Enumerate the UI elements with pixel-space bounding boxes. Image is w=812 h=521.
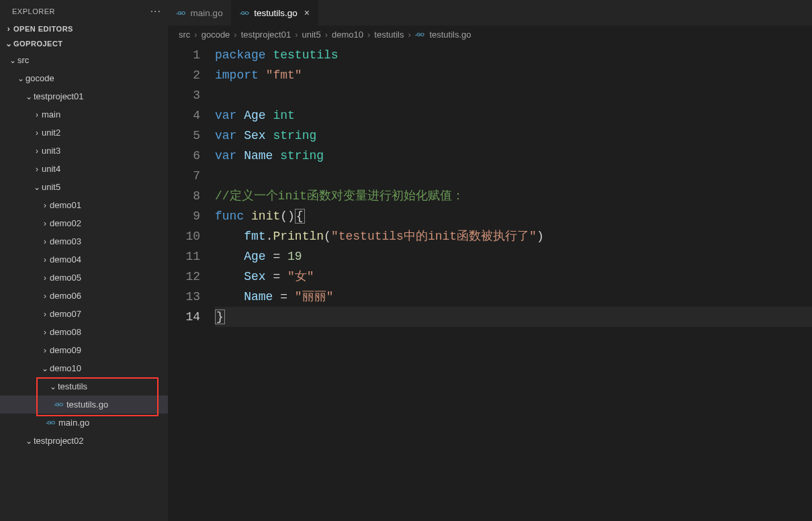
chevron-down-icon: ⌄ [24, 92, 34, 101]
chevron-right-icon: › [234, 30, 236, 40]
line-number: 3 [168, 85, 200, 105]
line-number: 12 [168, 267, 200, 287]
close-icon[interactable]: × [302, 7, 310, 18]
crumb[interactable]: src [179, 30, 190, 40]
code-line: Name = "丽丽" [215, 287, 812, 307]
chevron-right-icon: › [32, 110, 42, 120]
chevron-right-icon: › [40, 346, 50, 355]
chevron-right-icon: › [40, 273, 50, 283]
crumb[interactable]: demo10 [332, 30, 363, 40]
go-icon [52, 401, 65, 408]
chevron-right-icon: › [32, 146, 42, 156]
code-line: fmt.Println("testutils中的init函数被执行了") [215, 226, 812, 246]
chevron-down-icon: ⌄ [24, 436, 34, 446]
chevron-down-icon: ⌄ [4, 39, 13, 48]
tab-label: testutils.go [254, 8, 298, 18]
line-number: 4 [168, 105, 200, 126]
go-icon [240, 10, 249, 16]
breadcrumbs: src› gocode› testproject01› unit5› demo1… [168, 26, 812, 44]
line-number: 13 [168, 287, 200, 307]
chevron-right-icon: › [4, 24, 13, 34]
tab-label: main.go [191, 8, 223, 18]
sidebar-header: EXPLORER ··· [0, 0, 168, 21]
project-section[interactable]: ⌄ GOPROJECT [0, 36, 168, 51]
line-number: 7 [168, 166, 200, 186]
chevron-right-icon: › [408, 30, 410, 40]
code-line: //定义一个init函数对变量进行初始化赋值： [215, 186, 812, 206]
chevron-right-icon: › [40, 219, 50, 228]
chevron-right-icon: › [40, 237, 50, 246]
code-line: var Age int [215, 105, 812, 126]
chevron-down-icon: ⌄ [48, 382, 58, 391]
crumb[interactable]: testproject01 [241, 30, 291, 40]
folder-unit3[interactable]: ›unit3 [0, 142, 168, 160]
folder-demo03[interactable]: ›demo03 [0, 232, 168, 250]
line-number: 8 [168, 186, 200, 206]
chevron-down-icon: ⌄ [8, 56, 17, 65]
code-line [215, 166, 812, 186]
folder-demo08[interactable]: ›demo08 [0, 323, 168, 341]
folder-main[interactable]: ›main [0, 105, 168, 124]
chevron-right-icon: › [40, 291, 50, 301]
folder-unit5[interactable]: ⌄unit5 [0, 178, 168, 196]
crumb[interactable]: testutils [374, 30, 404, 40]
folder-demo01[interactable]: ›demo01 [0, 196, 168, 214]
tab-main-go[interactable]: main.go [168, 0, 232, 26]
folder-demo04[interactable]: ›demo04 [0, 250, 168, 269]
go-icon [44, 420, 57, 426]
folder-src[interactable]: ⌄src [0, 51, 168, 69]
tab-bar: main.go testutils.go × [168, 0, 812, 26]
folder-demo02[interactable]: ›demo02 [0, 214, 168, 232]
more-icon[interactable]: ··· [150, 5, 161, 17]
crumb[interactable]: testutils.go [429, 30, 471, 40]
folder-demo09[interactable]: ›demo09 [0, 341, 168, 359]
code-line: Sex = "女" [215, 267, 812, 287]
folder-testproject02[interactable]: ⌄testproject02 [0, 432, 168, 450]
line-number: 2 [168, 65, 200, 85]
explorer-title: EXPLORER [12, 7, 55, 15]
chevron-right-icon: › [325, 30, 328, 40]
editor-area: main.go testutils.go × src› gocode› test… [168, 0, 812, 521]
chevron-right-icon: › [295, 30, 298, 40]
chevron-right-icon: › [32, 164, 42, 174]
line-number: 14 [168, 307, 200, 327]
line-gutter: 1 2 3 4 5 6 7 8 9 10 11 12 13 14 [168, 45, 215, 521]
chevron-right-icon: › [32, 128, 42, 138]
code-line: package testutils [215, 45, 812, 65]
go-icon [176, 10, 185, 16]
chevron-right-icon: › [194, 30, 197, 40]
folder-gocode[interactable]: ⌄gocode [0, 69, 168, 87]
code-line: Age = 19 [215, 246, 812, 267]
folder-unit2[interactable]: ›unit2 [0, 124, 168, 142]
file-main-go[interactable]: main.go [0, 414, 168, 432]
crumb[interactable]: unit5 [302, 30, 320, 40]
code-line [215, 85, 812, 105]
project-label: GOPROJECT [13, 40, 63, 48]
folder-unit4[interactable]: ›unit4 [0, 160, 168, 178]
file-tree: ⌄src ⌄gocode ⌄testproject01 ›main ›unit2… [0, 51, 168, 521]
line-number: 6 [168, 146, 200, 166]
chevron-down-icon: ⌄ [40, 364, 50, 373]
chevron-right-icon: › [40, 328, 50, 337]
code-line: import "fmt" [215, 65, 812, 85]
go-icon [415, 32, 424, 38]
folder-demo10[interactable]: ⌄demo10 [0, 359, 168, 377]
folder-demo06[interactable]: ›demo06 [0, 287, 168, 305]
chevron-down-icon: ⌄ [16, 74, 26, 83]
chevron-right-icon: › [40, 255, 50, 265]
code-line: var Name string [215, 146, 812, 166]
code-lines: package testutils import "fmt" var Age i… [215, 45, 812, 521]
tab-testutils-go[interactable]: testutils.go × [232, 0, 318, 26]
line-number: 10 [168, 226, 200, 246]
folder-testproject01[interactable]: ⌄testproject01 [0, 87, 168, 105]
file-testutils-go[interactable]: testutils.go [0, 395, 168, 414]
chevron-right-icon: › [40, 201, 50, 210]
folder-demo05[interactable]: ›demo05 [0, 269, 168, 287]
code-line: func init(){ [215, 206, 812, 226]
crumb[interactable]: gocode [201, 30, 230, 40]
folder-testutils[interactable]: ⌄testutils [0, 377, 168, 395]
line-number: 11 [168, 246, 200, 267]
folder-demo07[interactable]: ›demo07 [0, 305, 168, 323]
code-editor[interactable]: 1 2 3 4 5 6 7 8 9 10 11 12 13 14 package… [168, 44, 812, 521]
open-editors-section[interactable]: › OPEN EDITORS [0, 21, 168, 36]
